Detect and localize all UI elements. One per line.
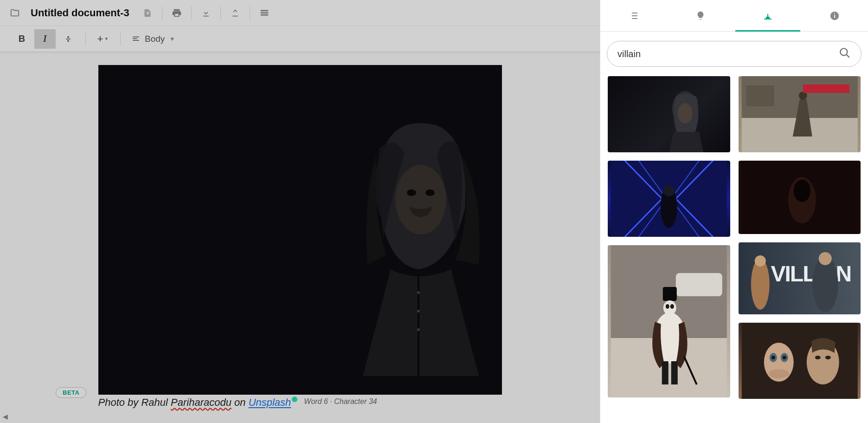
caption-author-spellcheck: Pariharacodu xyxy=(171,397,231,408)
svg-point-27 xyxy=(798,91,807,100)
svg-point-40 xyxy=(771,356,775,359)
caption-on: on xyxy=(231,397,249,408)
result-dark-portrait[interactable] xyxy=(608,76,730,152)
svg-rect-17 xyxy=(676,273,722,296)
result-dark-hooded[interactable] xyxy=(739,161,861,234)
image-results[interactable] xyxy=(600,72,868,423)
svg-point-20 xyxy=(666,304,669,309)
tab-ideas[interactable] xyxy=(667,0,734,31)
folder-icon[interactable] xyxy=(6,4,24,22)
collaboration-cursor-icon xyxy=(292,397,297,402)
editor-canvas: Photo by Rahul Pariharacodu on Unsplash … xyxy=(0,54,600,423)
search-icon[interactable] xyxy=(839,47,851,61)
svg-point-3 xyxy=(407,189,416,196)
tab-images[interactable] xyxy=(734,0,801,31)
svg-rect-23 xyxy=(662,361,669,384)
download-icon[interactable] xyxy=(195,4,217,22)
image-content xyxy=(98,65,502,395)
svg-point-44 xyxy=(815,356,820,359)
svg-point-7 xyxy=(417,328,420,331)
document-page[interactable]: Photo by Rahul Pariharacodu on Unsplash … xyxy=(98,65,502,409)
chevron-down-icon: ▼ xyxy=(169,36,175,42)
svg-point-45 xyxy=(825,356,830,359)
format-toolbar: B I + ▼ Body ▼ xyxy=(0,26,600,52)
separator xyxy=(85,32,86,46)
svg-point-31 xyxy=(793,180,810,202)
svg-rect-24 xyxy=(671,361,678,384)
beta-badge: BETA xyxy=(56,387,86,398)
svg-rect-18 xyxy=(663,287,677,301)
svg-point-42 xyxy=(768,369,789,378)
image-search-box xyxy=(607,41,862,67)
result-villain-text[interactable] xyxy=(739,242,861,314)
search-input[interactable] xyxy=(617,49,839,59)
main-workspace: Untitled document-3 B I + ▼ xyxy=(0,0,600,423)
result-penguin-street[interactable] xyxy=(608,245,730,397)
separator xyxy=(191,6,192,20)
separator xyxy=(250,6,250,20)
svg-point-6 xyxy=(417,310,420,312)
svg-point-14 xyxy=(663,185,675,196)
word-char-count: Word 6 · Character 34 xyxy=(304,397,377,406)
layout-icon[interactable] xyxy=(254,4,275,22)
result-blue-corridor[interactable] xyxy=(608,161,730,237)
upload-icon[interactable] xyxy=(225,4,246,22)
right-sidebar xyxy=(600,0,868,423)
search-container xyxy=(600,32,868,72)
svg-point-4 xyxy=(425,189,435,196)
sidebar-tabs xyxy=(600,0,868,32)
svg-rect-28 xyxy=(746,85,774,106)
svg-point-35 xyxy=(818,252,831,265)
svg-point-33 xyxy=(754,255,765,267)
svg-point-11 xyxy=(678,103,693,124)
separator xyxy=(220,6,221,20)
bold-button[interactable]: B xyxy=(11,29,32,49)
svg-point-21 xyxy=(670,304,674,309)
svg-point-2 xyxy=(395,165,446,234)
refresh-icon[interactable] xyxy=(137,4,158,22)
collapse-left-icon[interactable]: ◀ xyxy=(3,413,8,420)
paragraph-style-label: Body xyxy=(145,34,165,44)
separator xyxy=(120,32,121,46)
separator xyxy=(162,6,162,20)
strikethrough-button[interactable] xyxy=(58,29,79,49)
tab-info[interactable] xyxy=(801,0,868,31)
caption-prefix: Photo by Rahul xyxy=(98,397,171,408)
italic-button[interactable]: I xyxy=(34,29,56,49)
insert-button[interactable]: + ▼ xyxy=(92,29,114,49)
result-couple-fear[interactable] xyxy=(739,323,861,399)
svg-point-9 xyxy=(840,48,847,55)
caption-source-link[interactable]: Unsplash xyxy=(249,397,291,408)
print-icon[interactable] xyxy=(166,4,187,22)
document-title[interactable]: Untitled document-3 xyxy=(31,7,129,19)
top-toolbar: Untitled document-3 xyxy=(0,0,600,26)
svg-point-5 xyxy=(417,291,420,294)
svg-rect-36 xyxy=(741,323,857,399)
inserted-image[interactable] xyxy=(98,65,502,395)
paragraph-style-select[interactable]: Body ▼ xyxy=(127,34,180,44)
tab-outline[interactable] xyxy=(600,0,667,31)
svg-point-41 xyxy=(782,356,786,359)
result-street-cloak[interactable] xyxy=(739,76,861,152)
image-caption[interactable]: Photo by Rahul Pariharacodu on Unsplash xyxy=(98,397,298,409)
